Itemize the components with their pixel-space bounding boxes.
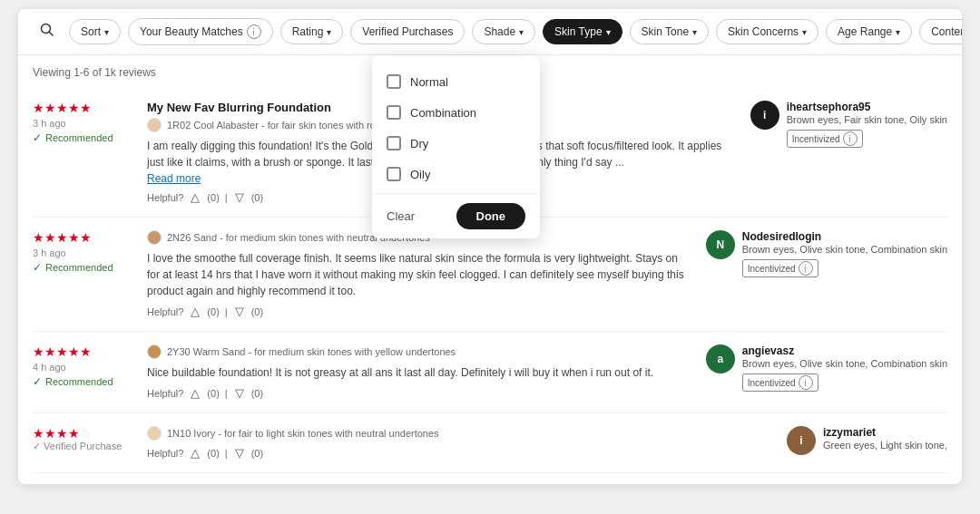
separator: | (225, 306, 228, 317)
checkbox-dry[interactable] (387, 136, 401, 150)
sort-button[interactable]: Sort ▾ (69, 19, 121, 44)
up-count: (0) (207, 192, 219, 203)
skin-tone-button[interactable]: Skin Tone ▾ (630, 19, 709, 44)
reviewer-attrs: Brown eyes, Fair skin tone, Oily skin (787, 113, 947, 127)
incentivized-badge[interactable]: Incentivized i (787, 130, 863, 148)
recommended-label: Recommended (45, 132, 113, 143)
up-count: (0) (207, 448, 219, 459)
rating-button[interactable]: Rating ▾ (280, 19, 344, 44)
skin-type-option-oily[interactable]: Oily (372, 159, 540, 189)
down-count: (0) (251, 448, 263, 459)
review-item: ★★★★☆ ✓ Verified Purchase 1N10 Ivory - f… (33, 413, 947, 473)
helpful-up-button[interactable]: △ (189, 446, 201, 460)
reviewer-info: a angievasz Brown eyes, Olive skin tone,… (706, 344, 947, 392)
reviewer-details: izzymariet Green eyes, Light skin tone, (823, 426, 947, 452)
separator: | (225, 192, 228, 203)
star: ★ (44, 344, 56, 359)
star: ★ (68, 230, 80, 245)
star: ★ (68, 426, 80, 441)
checkbox-combination[interactable] (387, 105, 401, 120)
review-right: a angievasz Brown eyes, Olive skin tone,… (706, 344, 947, 400)
chevron-down-icon: ▾ (692, 27, 697, 37)
helpful-label: Helpful? (147, 388, 183, 399)
incentivized-label: Incentivized (748, 264, 796, 274)
shade-label: 2Y30 Warm Sand - for medium skin tones w… (167, 346, 456, 357)
reviewer-attrs: Brown eyes, Olive skin tone, Combination… (742, 357, 947, 371)
star-rating: ★★★★★ (33, 101, 132, 115)
info-icon[interactable]: i (843, 131, 858, 146)
recommended-label: Recommended (45, 376, 113, 387)
skin-type-button[interactable]: Skin Type ▾ (543, 19, 622, 44)
incentivized-badge[interactable]: Incentivized i (742, 373, 818, 392)
chevron-down-icon: ▾ (104, 27, 109, 37)
main-content: Viewing 1-6 of 1k reviews ★★★★★ 3 h ago … (18, 55, 962, 484)
separator: | (225, 388, 228, 399)
skin-type-option-dry[interactable]: Dry (372, 128, 540, 159)
skin-type-dropdown: NormalCombinationDryOily Clear Done (372, 55, 540, 238)
info-icon[interactable]: i (799, 375, 813, 390)
age-range-button[interactable]: Age Range ▾ (826, 19, 912, 44)
avatar: i (750, 101, 779, 130)
skin-type-option-combination[interactable]: Combination (372, 97, 540, 128)
star: ★ (80, 230, 92, 245)
incentivized-badge[interactable]: Incentivized i (742, 259, 818, 277)
helpful-down-button[interactable]: ▽ (233, 305, 246, 318)
helpful-label: Helpful? (147, 192, 183, 203)
checkbox-oily[interactable] (387, 167, 401, 181)
shade-label: 1N10 Ivory - for fair to light skin tone… (167, 428, 439, 439)
recommended-badge: ✓ Recommended (33, 375, 132, 388)
star-rating: ★★★★★ (33, 230, 132, 245)
chevron-down-icon: ▾ (606, 27, 611, 37)
reviewer-attrs: Brown eyes, Olive skin tone, Combination… (742, 243, 947, 257)
review-left: ★★★★☆ ✓ Verified Purchase (33, 426, 132, 460)
reviewer-name: iheartsephora95 (787, 101, 947, 113)
review-left: ★★★★★ 4 h ago ✓ Recommended (33, 344, 132, 400)
read-more-link[interactable]: Read more (147, 172, 201, 185)
review-right: i izzymariet Green eyes, Light skin tone… (787, 426, 947, 460)
shade-swatch (147, 344, 162, 359)
avatar: N (706, 230, 735, 259)
info-icon[interactable]: i (799, 261, 813, 276)
recommended-label: Recommended (45, 262, 113, 273)
review-right: i iheartsephora95 Brown eyes, Fair skin … (750, 101, 947, 204)
star: ★ (33, 101, 44, 115)
star: ★ (80, 344, 92, 359)
reviewer-name: izzymariet (823, 426, 947, 439)
shade-button[interactable]: Shade ▾ (472, 19, 535, 44)
reviewer-name: Nodesiredlogin (742, 230, 947, 243)
helpful-up-button[interactable]: △ (189, 386, 201, 400)
star-rating: ★★★★★ (33, 344, 132, 359)
down-count: (0) (251, 388, 263, 399)
up-count: (0) (207, 388, 219, 399)
helpful-down-button[interactable]: ▽ (233, 190, 246, 204)
helpful-down-button[interactable]: ▽ (233, 446, 246, 460)
clear-button[interactable]: Clear (387, 209, 415, 223)
verified-button[interactable]: Verified Purchases (350, 19, 465, 44)
info-icon[interactable]: i (247, 24, 261, 39)
avatar: a (706, 344, 735, 373)
check-icon: ✓ (33, 375, 42, 388)
avatar: i (787, 426, 816, 455)
dropdown-options: NormalCombinationDryOily (372, 66, 540, 189)
dropdown-footer: Clear Done (372, 193, 540, 238)
star: ★ (33, 426, 44, 441)
option-label: Oily (410, 168, 430, 181)
shade-swatch (147, 230, 162, 245)
skin-concerns-button[interactable]: Skin Concerns ▾ (716, 19, 818, 44)
star: ★ (44, 230, 56, 245)
check-icon: ✓ (33, 131, 42, 144)
beauty-matches-button[interactable]: Your Beauty Matches i (128, 18, 273, 45)
helpful-up-button[interactable]: △ (189, 190, 201, 204)
star: ★ (44, 426, 56, 441)
helpful-down-button[interactable]: ▽ (233, 386, 246, 400)
helpful-up-button[interactable]: △ (189, 305, 201, 318)
search-button[interactable] (33, 19, 62, 44)
helpful-row: Helpful? △ (0) | ▽ (0) (147, 446, 772, 460)
done-button[interactable]: Done (456, 203, 526, 229)
checkbox-normal[interactable] (387, 74, 401, 89)
skin-type-option-normal[interactable]: Normal (372, 66, 540, 97)
shade-tag: 1N10 Ivory - for fair to light skin tone… (147, 426, 772, 441)
helpful-label: Helpful? (147, 448, 183, 459)
review-center: 1N10 Ivory - for fair to light skin tone… (147, 426, 772, 460)
content-button[interactable]: Content ▾ (919, 19, 962, 44)
